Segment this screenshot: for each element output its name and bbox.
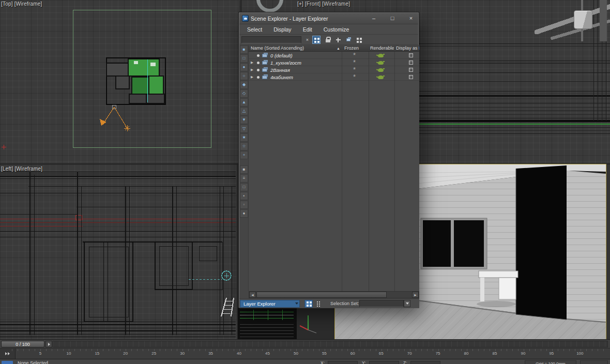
viewport-left[interactable] — [0, 164, 237, 339]
frozen-cell[interactable]: * — [342, 52, 369, 59]
window-titlebar[interactable]: Scene Explorer - Layer Explorer – □ × — [239, 13, 418, 24]
lock-cell-editing-icon[interactable]: ■ — [240, 165, 248, 174]
renderable-teapot-icon[interactable] — [378, 54, 384, 57]
display-as-cell[interactable] — [394, 59, 419, 66]
time-track[interactable] — [53, 341, 608, 347]
explorer-mode-dropdown[interactable]: Layer Explorer — [240, 300, 300, 308]
pick-from-scene-icon[interactable]: □ — [240, 183, 248, 191]
layer-row[interactable]: ▶ 1_кухня/гост * — [239, 59, 419, 66]
close-button[interactable]: × — [405, 14, 417, 23]
frozen-snowflake-icon[interactable]: * — [353, 74, 356, 80]
search-input[interactable] — [241, 36, 301, 43]
sync-selection-icon[interactable]: ≡ — [240, 174, 248, 183]
display-geometry-icon[interactable]: ◆ — [240, 81, 248, 89]
pick-layer-icon[interactable] — [355, 36, 363, 44]
explorer-settings-icon[interactable]: ● — [240, 209, 248, 218]
select-children-icon[interactable]: ○ — [240, 72, 248, 80]
clear-search-icon[interactable]: × — [304, 37, 311, 43]
layer-name[interactable]: 4кабинет — [270, 74, 293, 80]
scene-explorer-window[interactable]: Scene Explorer - Layer Explorer – □ × Se… — [239, 12, 419, 308]
column-header-renderable[interactable]: Renderable — [370, 46, 394, 51]
display-shapes-icon[interactable]: ◇ — [240, 89, 248, 98]
viewcube[interactable] — [574, 10, 592, 29]
expand-arrow-icon[interactable]: ▶ — [251, 75, 253, 79]
display-as-cell[interactable] — [394, 52, 419, 59]
frozen-cell[interactable]: * — [342, 73, 369, 81]
column-separator[interactable] — [369, 45, 369, 291]
expand-arrow-icon[interactable]: ▶ — [251, 60, 253, 65]
renderable-teapot-icon[interactable] — [378, 61, 384, 65]
display-as-box-icon[interactable] — [409, 53, 413, 57]
layer-name[interactable]: 2Ванная — [270, 67, 290, 73]
display-lights-icon[interactable]: ▲ — [240, 98, 248, 107]
layer-row[interactable]: ▶ 4кабинет * — [239, 73, 419, 81]
column-separator[interactable] — [342, 45, 342, 291]
renderable-cell[interactable] — [369, 66, 394, 73]
time-slider[interactable]: 0 / 100 — [1, 341, 44, 347]
minimize-button[interactable]: – — [368, 14, 380, 23]
display-as-box-icon[interactable] — [409, 60, 413, 65]
listener-icon[interactable] — [2, 361, 13, 364]
renderable-teapot-icon[interactable] — [378, 75, 384, 79]
add-to-new-layer-icon[interactable] — [344, 36, 353, 44]
frozen-cell[interactable]: * — [342, 59, 369, 66]
sort-ascending-icon[interactable]: ▲ — [337, 47, 340, 50]
select-invert-icon[interactable]: ● — [240, 63, 248, 71]
select-none-icon[interactable]: □ — [240, 54, 248, 63]
column-header-name[interactable]: Name (Sorted Ascending) — [251, 46, 335, 51]
horizontal-scrollbar[interactable]: ◄ ► — [249, 291, 419, 298]
scroll-right-icon[interactable]: ► — [412, 292, 419, 298]
layer-name[interactable]: 0 (default) — [270, 53, 293, 58]
frozen-cell[interactable]: * — [342, 66, 369, 73]
display-groups-icon[interactable]: ★ — [240, 133, 248, 142]
collapse-all-icon[interactable]: ▫ — [240, 201, 248, 209]
layer-name-cell[interactable]: ▶ 2Ванная — [249, 66, 342, 73]
renderable-cell[interactable] — [369, 73, 394, 81]
lock-cell-editing-icon[interactable] — [324, 36, 332, 44]
frozen-snowflake-icon[interactable]: * — [353, 52, 356, 58]
column-header-frozen[interactable]: Frozen — [344, 46, 368, 51]
coord-x-field[interactable] — [328, 361, 358, 364]
scroll-left-icon[interactable]: ◄ — [249, 292, 256, 298]
menu-item[interactable]: Display — [269, 25, 296, 34]
maximize-button[interactable]: □ — [386, 14, 399, 23]
add-layer-icon[interactable] — [334, 36, 342, 44]
renderable-cell[interactable] — [369, 52, 394, 59]
frozen-snowflake-icon[interactable]: * — [353, 67, 356, 73]
renderable-teapot-icon[interactable] — [378, 68, 384, 72]
layer-row[interactable]: ▶ 0 (default) * — [239, 52, 419, 59]
menu-item[interactable]: Customize — [319, 25, 354, 34]
column-separator[interactable] — [394, 45, 395, 291]
display-as-box-icon[interactable] — [409, 68, 413, 72]
next-frame-button[interactable] — [45, 341, 52, 347]
menu-item[interactable]: Select — [242, 25, 267, 34]
layer-name-cell[interactable]: ▶ 4кабинет — [249, 73, 342, 81]
selection-set-dropdown-icon[interactable] — [404, 300, 410, 307]
layer-name-cell[interactable]: ▶ 0 (default) — [249, 52, 342, 59]
layer-explorer-mode-icon[interactable] — [304, 300, 313, 308]
viewport-front-label[interactable]: [+] [Front] [Wireframe] — [297, 1, 350, 7]
viewport-left-label[interactable]: [Left] [Wireframe] — [1, 166, 42, 172]
frozen-snowflake-icon[interactable]: * — [353, 59, 356, 66]
selection-set-field[interactable] — [359, 300, 404, 307]
display-as-cell[interactable] — [394, 73, 419, 81]
column-header-display-as[interactable]: Display as Bo — [396, 46, 419, 51]
menu-item[interactable]: Edit — [298, 25, 317, 34]
layer-name[interactable]: 1_кухня/гост — [270, 60, 301, 66]
coord-y-field[interactable] — [369, 361, 399, 364]
layer-row[interactable]: ▶ 2Ванная * — [239, 66, 419, 73]
auto-scroll-icon[interactable]: ▪ — [240, 192, 248, 200]
display-bones-icon[interactable]: + — [240, 151, 248, 159]
chevron-down-icon[interactable] — [295, 302, 298, 305]
display-as-cell[interactable] — [394, 66, 419, 73]
viewport-top-label[interactable]: [Top] [Wireframe] — [1, 1, 42, 7]
display-spacewarps-icon[interactable]: ▽ — [240, 125, 248, 133]
select-all-icon[interactable]: ■ — [240, 46, 248, 54]
viewport-top[interactable] — [0, 0, 239, 163]
layer-name-cell[interactable]: ▶ 1_кухня/гост — [249, 59, 342, 66]
scrollbar-thumb[interactable] — [256, 292, 387, 298]
display-xrefs-icon[interactable]: ☆ — [240, 142, 248, 150]
display-as-box-icon[interactable] — [409, 75, 413, 79]
expand-arrow-icon[interactable]: ▶ — [251, 68, 253, 72]
display-children-toggle-icon[interactable] — [312, 36, 321, 44]
